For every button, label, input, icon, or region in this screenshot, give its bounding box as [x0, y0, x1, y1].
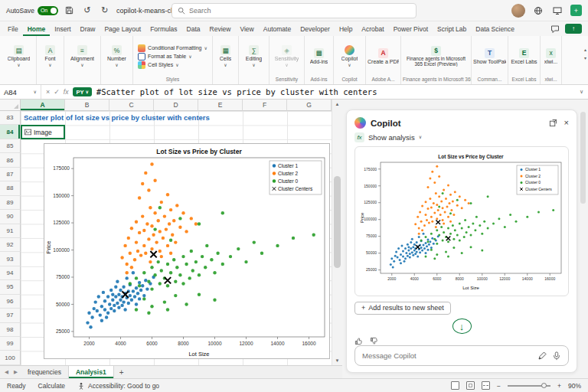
ribbon-scroll-up-icon[interactable]: ▴ [584, 47, 586, 52]
ribbon-tab-file[interactable]: File [3, 21, 23, 36]
prompt-guide-icon[interactable] [537, 351, 547, 361]
status-calculate[interactable]: Calculate [38, 382, 65, 390]
zoom-level[interactable]: 90% [568, 382, 581, 390]
ribbon-button-add-ins[interactable]: ▩Add-ins [309, 47, 330, 66]
ribbon-button-format-as-table[interactable]: Format as Table∨ [136, 53, 193, 60]
row-header-98[interactable]: 98 [0, 323, 21, 337]
autosave-control[interactable]: AutoSave On [6, 6, 58, 15]
row-header-94[interactable]: 94 [0, 266, 21, 280]
row-header-85[interactable]: 85 [0, 139, 21, 153]
column-header-f[interactable]: F [243, 100, 287, 111]
row-header-89[interactable]: 89 [0, 196, 21, 210]
ribbon-button-clipboard[interactable]: ▤Clipboard∨ [6, 44, 32, 68]
new-sheet-button[interactable]: + [115, 366, 129, 378]
copilot-message-box[interactable] [354, 345, 569, 366]
sheet-tab-analysis1[interactable]: Analysis1 [68, 366, 114, 378]
ribbon-tab-formulas[interactable]: Formulas [145, 21, 181, 36]
ribbon-tab-review[interactable]: Review [205, 21, 236, 36]
ribbon-tab-insert[interactable]: Insert [50, 21, 75, 36]
embedded-chart-image[interactable]: Lot Size vs Price by Cluster200040006000… [44, 143, 330, 359]
column-header-c[interactable]: C [109, 100, 154, 111]
autosave-toggle[interactable]: On [38, 6, 58, 15]
zoom-slider[interactable] [508, 385, 550, 387]
page-layout-view-icon[interactable] [466, 381, 475, 390]
row-header-91[interactable]: 91 [0, 224, 21, 238]
save-icon[interactable] [64, 5, 76, 17]
ribbon-button-sensitivity[interactable]: ◈Sensitivity∨ [273, 44, 301, 68]
ribbon-tab-home[interactable]: Home [23, 21, 51, 36]
row-header-86[interactable]: 86 [0, 153, 21, 167]
ribbon-tab-script-lab[interactable]: Script Lab [433, 21, 471, 36]
ribbon-button-font[interactable]: AFont∨ [43, 44, 57, 68]
copilot-chart-card[interactable]: Lot Size vs Price by Cluster200040006000… [354, 146, 569, 296]
ribbon-tab-data-science[interactable]: Data Science [471, 21, 519, 36]
zoom-in-icon[interactable]: + [557, 382, 561, 390]
row-header-87[interactable]: 87 [0, 168, 21, 181]
undo-icon[interactable]: ↺ [81, 5, 93, 17]
row-header-93[interactable]: 93 [0, 252, 21, 266]
search-input[interactable] [189, 7, 410, 15]
column-header-a[interactable]: A [21, 100, 65, 111]
thumbs-down-icon[interactable] [370, 337, 378, 345]
comments-icon[interactable] [550, 24, 560, 34]
ribbon-tab-help[interactable]: Help [335, 21, 357, 36]
ribbon-tab-page-layout[interactable]: Page Layout [100, 21, 145, 36]
redo-icon[interactable]: ↻ [99, 5, 111, 17]
ribbon-tab-automate[interactable]: Automate [259, 21, 296, 36]
insert-chart-button[interactable]: ↓ [452, 318, 472, 335]
sheet-tab-frequencies[interactable]: frequencies [21, 366, 68, 378]
column-header-d[interactable]: D [154, 100, 198, 111]
ribbon-button-finance-agents-in-microsoft-365-excel-preview[interactable]: $Finance agents in Microsoft 365 Excel (… [401, 45, 471, 68]
ribbon-tab-developer[interactable]: Developer [296, 21, 335, 36]
ribbon-button-show-toolpak[interactable]: TShow ToolPak [472, 47, 508, 66]
python-badge[interactable]: PY ∨ [73, 87, 91, 96]
close-icon[interactable]: × [564, 119, 569, 127]
row-header-100[interactable]: 100 [0, 351, 21, 364]
insert-function-icon[interactable]: fx [64, 88, 69, 96]
name-box[interactable]: A84 ∨ [0, 85, 41, 99]
scroll-down-icon[interactable]: ▼ [332, 356, 342, 365]
row-header-90[interactable]: 90 [0, 210, 21, 224]
avatar[interactable] [511, 4, 525, 18]
apps-grid-icon[interactable]: + [570, 5, 582, 16]
status-accessibility[interactable]: Accessibility: Good to go [77, 382, 159, 390]
row-header-83[interactable]: 83 [0, 111, 21, 125]
ribbon-button-number[interactable]: %Number∨ [106, 44, 128, 68]
add-results-button[interactable]: + Add results to new sheet [354, 302, 451, 315]
ribbon-tab-draw[interactable]: Draw [76, 21, 100, 36]
ribbon-scroll-down-icon[interactable]: ▾ [584, 55, 586, 60]
ribbon-button-copilot[interactable]: Copilot∨ [340, 44, 360, 68]
enter-icon[interactable]: ✓ [54, 88, 60, 96]
cancel-icon[interactable]: × [46, 88, 50, 96]
sheet-nav-prev-icon[interactable]: ◀ [2, 366, 11, 378]
ribbon-button-conditional-formatting[interactable]: Conditional Formatting∨ [136, 44, 209, 52]
row-header-96[interactable]: 96 [0, 295, 21, 309]
open-window-icon[interactable] [549, 119, 557, 127]
globe-icon[interactable] [532, 5, 544, 17]
formula-input[interactable]: #Scatter plot of lot size vs price by cl… [96, 87, 575, 96]
ribbon-button-excel-labs[interactable]: EExcel Labs [509, 47, 538, 66]
zoom-slider-thumb[interactable] [541, 383, 547, 388]
ribbon-button-create-a-pdf[interactable]: ACreate a PDF [366, 47, 400, 66]
row-header-88[interactable]: 88 [0, 181, 21, 195]
ribbon-button-editing[interactable]: ∑Editing∨ [244, 44, 263, 68]
column-header-g[interactable]: G [287, 100, 332, 111]
ribbon-tab-acrobat[interactable]: Acrobat [357, 21, 388, 36]
column-header-b[interactable]: B [65, 100, 109, 111]
ribbon-button-cell-styles[interactable]: Cell Styles∨ [136, 61, 180, 69]
column-header-e[interactable]: E [198, 100, 243, 111]
select-all-corner[interactable] [0, 100, 21, 111]
ribbon-tab-data[interactable]: Data [182, 21, 205, 36]
search-box[interactable] [172, 3, 416, 18]
monitor-icon[interactable] [551, 5, 564, 17]
ribbon-button-cells[interactable]: ▦Cells∨ [218, 44, 234, 68]
row-header-97[interactable]: 97 [0, 309, 21, 322]
normal-view-icon[interactable] [451, 381, 459, 390]
row-header-92[interactable]: 92 [0, 238, 21, 252]
show-analysis-toggle[interactable]: fx Show analysis ∨ [354, 131, 569, 143]
row-header-84[interactable]: 84 [0, 125, 21, 139]
row-header-99[interactable]: 99 [0, 337, 21, 351]
ribbon-tab-power-pivot[interactable]: Power Pivot [389, 21, 433, 36]
ribbon-button-alignment[interactable]: ≡Alignment∨ [69, 44, 96, 68]
grid-vertical-scrollbar[interactable]: ▲ ▼ [332, 100, 342, 365]
